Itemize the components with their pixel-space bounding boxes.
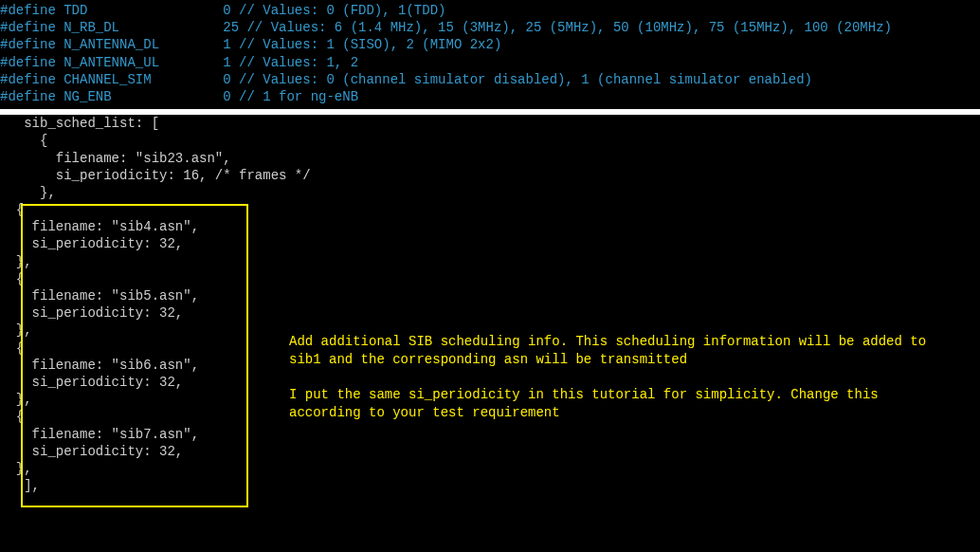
annotation-para-1: Add additional SIB scheduling info. This… [289,333,953,369]
define-ng-enb: #define NG_ENB 0 // 1 for ng-eNB [0,88,980,105]
define-channel-sim: #define CHANNEL_SIM 0 // Values: 0 (chan… [0,71,980,88]
define-tdd: #define TDD 0 // Values: 0 (FDD), 1(TDD) [0,2,980,19]
define-n-antenna-ul: #define N_ANTENNA_UL 1 // Values: 1, 2 [0,54,980,71]
define-n-rb-dl: #define N_RB_DL 25 // Values: 6 (1.4 MHz… [0,19,980,36]
highlight-annotation-box [21,204,248,507]
code-line: { [0,132,980,149]
annotation-text: Add additional SIB scheduling info. This… [289,333,953,439]
defines-block: #define TDD 0 // Values: 0 (FDD), 1(TDD)… [0,0,980,107]
code-line: }, [0,184,980,201]
annotation-para-2: I put the same si_periodicity in this tu… [289,386,953,422]
code-line: sib_sched_list: [ [0,115,980,132]
code-line: si_periodicity: 16, /* frames */ [0,167,980,184]
define-n-antenna-dl: #define N_ANTENNA_DL 1 // Values: 1 (SIS… [0,36,980,53]
code-block: sib_sched_list: [ { filename: "sib23.asn… [0,115,980,494]
code-line: filename: "sib23.asn", [0,150,980,167]
